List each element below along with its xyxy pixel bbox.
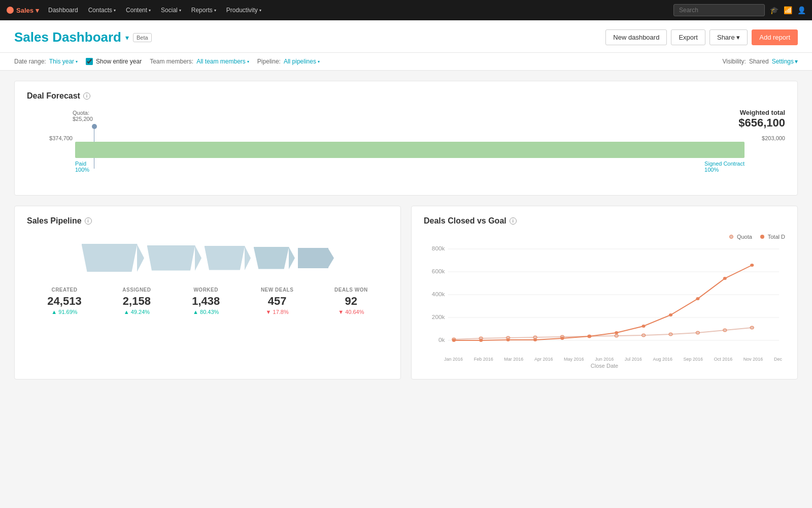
- team-members-value[interactable]: All team members ▾: [196, 58, 249, 65]
- page-title-group: Sales Dashboard ▾ Beta: [14, 29, 152, 45]
- nav-item-content[interactable]: Content ▾: [121, 0, 156, 20]
- signal-icon[interactable]: 📶: [784, 6, 792, 14]
- chart-x-labels: Jan 2016 Feb 2016 Mar 2016 Apr 2016 May …: [424, 357, 785, 362]
- svg-point-17: [615, 334, 618, 337]
- user-avatar-icon[interactable]: 👤: [797, 6, 806, 14]
- top-navigation: Sales ▾ Dashboard Contacts ▾ Content ▾ S…: [0, 0, 812, 20]
- deals-closed-info-icon[interactable]: i: [510, 217, 517, 225]
- svg-text:600k: 600k: [432, 269, 445, 274]
- new-dashboard-button[interactable]: New dashboard: [605, 29, 667, 45]
- sales-pipeline-info-icon[interactable]: i: [85, 217, 92, 225]
- bottom-row: Sales Pipeline i: [14, 206, 798, 390]
- show-entire-year-checkbox[interactable]: [86, 58, 93, 65]
- page-title-caret[interactable]: ▾: [125, 34, 129, 42]
- graduation-icon[interactable]: 🎓: [770, 6, 779, 14]
- svg-point-28: [588, 335, 591, 338]
- forecast-chart: Quota: $25,200 $374,700 $203,000: [27, 109, 785, 175]
- legend-quota: Quota: [729, 234, 752, 240]
- pipeline-stats: Created 24,513 91.69% Assigned 2,158 49.…: [27, 287, 388, 315]
- svg-text:800k: 800k: [432, 246, 445, 251]
- nav-brand-label: Sales: [16, 7, 33, 14]
- line-chart-svg: 800k 600k 400k 200k 0k: [424, 244, 785, 356]
- svg-point-19: [669, 333, 672, 336]
- svg-point-27: [560, 337, 564, 340]
- pipeline-stat-new-deals: New Deals 457 17.8%: [261, 287, 294, 315]
- nav-item-social[interactable]: Social ▾: [156, 0, 186, 20]
- sales-pipeline-card: Sales Pipeline i: [14, 206, 401, 379]
- pipeline-stat-created: Created 24,513 91.69%: [47, 287, 81, 315]
- funnel-step-5: [298, 248, 328, 268]
- export-button[interactable]: Export: [671, 29, 705, 45]
- deals-closed-card: Deals Closed vs Goal i Quota Total D: [411, 206, 798, 379]
- svg-point-23: [452, 339, 456, 342]
- nav-icons: 🎓 📶 👤: [770, 6, 806, 14]
- svg-point-26: [533, 338, 537, 341]
- svg-point-0: [7, 7, 14, 14]
- chart-close-date-label: Close Date: [424, 363, 785, 369]
- visibility-group: Visibility: Shared Settings ▾: [722, 58, 798, 65]
- funnel-visual: [27, 234, 388, 282]
- svg-point-34: [750, 264, 754, 267]
- deal-forecast-content: Weighted total $656,100 Quota: $25,200 $…: [27, 109, 785, 185]
- signed-contract-label: Signed Contract 100%: [704, 161, 745, 173]
- svg-text:400k: 400k: [432, 292, 445, 297]
- svg-point-32: [696, 297, 699, 300]
- funnel-step-2: [147, 245, 195, 271]
- svg-point-31: [669, 313, 672, 316]
- pipeline-stat-worked: Worked 1,438 80.43%: [192, 287, 220, 315]
- deal-forecast-card: Deal Forecast i Weighted total $656,100 …: [14, 81, 798, 196]
- team-members-filter: Team members: All team members ▾: [150, 58, 249, 65]
- svg-point-30: [642, 325, 646, 328]
- line-chart: 800k 600k 400k 200k 0k: [424, 244, 785, 356]
- pipeline-stat-assigned: Assigned 2,158 49.24%: [122, 287, 151, 315]
- chart-legend: Quota Total D: [424, 234, 785, 240]
- pipeline-stat-deals-won: Deals Won 92 40.64%: [334, 287, 368, 315]
- nav-brand[interactable]: Sales ▾: [6, 6, 39, 14]
- quota-label: Quota:: [73, 110, 89, 116]
- svg-text:200k: 200k: [432, 314, 445, 320]
- svg-point-21: [723, 329, 727, 332]
- forecast-bar: [75, 142, 745, 158]
- svg-point-20: [696, 331, 699, 334]
- show-entire-year-label: Show entire year: [96, 58, 142, 65]
- legend-total: Total D: [760, 234, 785, 240]
- pipeline-filter: Pipeline: All pipelines ▾: [257, 58, 320, 65]
- deal-forecast-info-icon[interactable]: i: [83, 92, 90, 100]
- page-title: Sales Dashboard: [14, 29, 121, 45]
- date-range-filter: Date range: This year ▾: [14, 58, 78, 65]
- nav-item-contacts[interactable]: Contacts ▾: [83, 0, 121, 20]
- svg-point-33: [723, 277, 727, 280]
- add-report-button[interactable]: Add report: [752, 29, 798, 45]
- deal-forecast-title: Deal Forecast i: [27, 91, 785, 101]
- search-input[interactable]: [673, 4, 765, 16]
- svg-point-25: [506, 338, 510, 341]
- header-actions: New dashboard Export Share ▾ Add report: [605, 29, 798, 45]
- svg-point-24: [479, 339, 483, 342]
- nav-item-dashboard[interactable]: Dashboard: [43, 0, 83, 20]
- settings-link[interactable]: Settings ▾: [772, 58, 798, 65]
- right-amount: $203,000: [762, 135, 785, 141]
- share-button[interactable]: Share ▾: [709, 29, 748, 45]
- page-header: Sales Dashboard ▾ Beta New dashboard Exp…: [0, 20, 812, 53]
- filter-bar: Date range: This year ▾ Show entire year…: [0, 53, 812, 71]
- deals-closed-title: Deals Closed vs Goal i: [424, 216, 785, 226]
- svg-point-18: [642, 334, 646, 337]
- show-entire-year-group: Show entire year: [86, 58, 142, 65]
- main-content: Deal Forecast i Weighted total $656,100 …: [0, 71, 812, 400]
- svg-point-22: [750, 326, 754, 329]
- quota-dot: [92, 124, 97, 129]
- left-amount: $374,700: [27, 135, 73, 141]
- quota-amount: $25,200: [73, 116, 93, 122]
- svg-text:0k: 0k: [438, 337, 445, 343]
- nav-item-productivity[interactable]: Productivity ▾: [221, 0, 266, 20]
- paid-label: Paid 100%: [75, 161, 89, 173]
- nav-item-reports[interactable]: Reports ▾: [186, 0, 221, 20]
- nav-brand-caret: ▾: [36, 7, 39, 14]
- svg-point-29: [615, 331, 618, 334]
- funnel-step-3: [205, 246, 245, 270]
- funnel-step-4: [254, 247, 289, 269]
- pipeline-value[interactable]: All pipelines ▾: [284, 58, 320, 65]
- date-range-value[interactable]: This year ▾: [49, 58, 78, 65]
- funnel-step-1: [82, 244, 138, 272]
- beta-badge: Beta: [133, 33, 152, 42]
